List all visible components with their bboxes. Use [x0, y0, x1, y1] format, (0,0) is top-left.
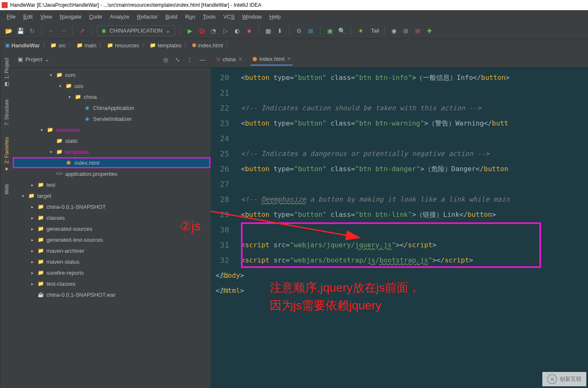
menu-tools[interactable]: Tools [200, 12, 219, 22]
menu-edit[interactable]: Edit [20, 12, 36, 22]
stop-icon[interactable]: ■ [245, 27, 253, 35]
menu-help[interactable]: Help [266, 12, 284, 22]
menu-window[interactable]: Window [239, 12, 265, 22]
close-icon[interactable]: ✕ [287, 56, 291, 62]
settings-icon[interactable]: ⚙ [295, 27, 303, 35]
breadcrumb-item[interactable]: 📁 main [77, 42, 96, 49]
search-icon[interactable]: 🔍 [337, 27, 346, 35]
file-icon: V [216, 56, 220, 63]
breadcrumb-item[interactable]: ⬢ index.html [192, 42, 223, 49]
code-area[interactable]: 202122232425262728293031323334 <button t… [211, 68, 588, 388]
coverage-icon[interactable]: ◔ [209, 27, 218, 35]
breadcrumb-item[interactable]: ▣ HandleWar [5, 42, 40, 49]
breadcrumb-item[interactable]: 📁 src [50, 42, 66, 49]
toolbar: 📂 💾 ↻ ← → ↗ ◉ CHINAAPPLICATION ⌄ ▶ 🐞 ◔ ▷… [0, 23, 588, 39]
grid-icon[interactable]: ⊞ [402, 27, 410, 35]
watermark-logo: ✕ [547, 374, 557, 384]
tree-row[interactable]: ▸📁china-0.0.1-SNAPSHOT [13, 201, 211, 212]
main-area: Web ★ 2: Favorites 7: Structure ◨ 1: Pro… [0, 52, 588, 388]
window-title: HandleWar [E:\JavaProject\HandleWar] - .… [10, 2, 261, 8]
tree-row[interactable]: ▸📁maven-archiver [13, 245, 211, 256]
tree-row[interactable]: ▾📁uos [13, 80, 211, 91]
terminal-icon[interactable]: ▣ [325, 27, 334, 35]
annotation-js-label: ②js [180, 216, 201, 235]
menu-run[interactable]: Run [182, 12, 199, 22]
chevron-right-icon: 〉 [226, 41, 231, 49]
settings-icon[interactable]: ⋮ [187, 56, 193, 63]
tree-row[interactable]: ▾📁target [13, 190, 211, 201]
forward-icon[interactable]: → [59, 27, 67, 35]
tree-row[interactable]: ▸📁test [13, 179, 211, 190]
chevron-down-icon: ⌄ [166, 27, 170, 34]
watermark-text: 创新互联 [560, 375, 582, 383]
separator [258, 26, 259, 36]
tree-row[interactable]: ▾📁china [13, 91, 211, 102]
folder-icon: 📁 [150, 42, 156, 48]
compass-icon[interactable]: ↗ [78, 27, 86, 35]
tree-row[interactable]: 📁static [13, 135, 211, 146]
chevron-right-icon: 〉 [99, 41, 104, 49]
tree-row[interactable]: ▾📁resources [13, 124, 211, 135]
tree-row[interactable]: ◉ChinaApplication [13, 102, 211, 113]
tree-row[interactable]: ▸📁surefire-reports [13, 267, 211, 278]
refresh-icon[interactable]: ↻ [28, 27, 36, 35]
tab-web[interactable]: Web [2, 181, 11, 197]
debug-icon[interactable]: 🐞 [197, 27, 206, 35]
menu-bar: File Edit View Navigate Code Analyze Ref… [0, 10, 588, 23]
tree-row[interactable]: ☕china-0.0.1-SNAPSHOT.war [13, 289, 211, 300]
tree-row[interactable]: ◉ServletInitializer [13, 113, 211, 124]
run-icon[interactable]: ▶ [186, 27, 194, 35]
avd-icon[interactable]: ▦ [264, 27, 272, 35]
code-content[interactable]: <button type="button" class="btn btn-inf… [236, 68, 588, 388]
open-icon[interactable]: 📂 [4, 27, 13, 35]
menu-vcs[interactable]: VCS [220, 12, 238, 22]
chevron-right-icon: 〉 [142, 41, 147, 49]
sdk-icon[interactable]: ⬇ [276, 27, 284, 35]
collapse-icon[interactable]: ⤡ [175, 56, 180, 63]
run-config-select[interactable]: ◉ CHINAAPPLICATION ⌄ [97, 25, 175, 36]
gutter: 202122232425262728293031323334 [211, 68, 236, 388]
tree-row[interactable]: ▸📁test-classes [13, 278, 211, 289]
breadcrumb-item[interactable]: 📁 resources [107, 42, 139, 49]
menu-file[interactable]: File [3, 12, 19, 22]
folder-icon: 📁 [50, 42, 57, 48]
breadcrumb-item[interactable]: 📁 templates [150, 42, 181, 49]
tree-row[interactable]: ▸📁maven-status [13, 256, 211, 267]
grid2-icon[interactable]: ⊞ [413, 27, 422, 35]
tail-label[interactable]: Tail [371, 27, 379, 34]
menu-refactor[interactable]: Refactor [134, 12, 161, 22]
breadcrumb: ▣ HandleWar 〉 📁 src 〉 📁 main 〉 📁 resourc… [0, 39, 588, 52]
profile-icon[interactable]: ▷ [221, 27, 230, 35]
menu-code[interactable]: Code [86, 12, 106, 22]
tab-structure[interactable]: 7: Structure [2, 97, 11, 128]
minimize-icon[interactable]: — [200, 56, 205, 63]
editor-tab[interactable]: ⬢index.html✕ [251, 53, 293, 66]
tree-row[interactable]: ▸📁generated-test-sources [13, 234, 211, 245]
separator [91, 26, 92, 36]
concurrency-icon[interactable]: ◐ [233, 27, 241, 35]
close-icon[interactable]: ✕ [238, 57, 242, 62]
tab-favorites[interactable]: ★ 2: Favorites [2, 135, 11, 175]
back-icon[interactable]: ← [47, 27, 55, 35]
menu-navigate[interactable]: Navigate [56, 12, 85, 22]
target-icon[interactable]: ◎ [163, 56, 168, 63]
menu-build[interactable]: Build [162, 12, 181, 22]
project-panel-title[interactable]: ▣ Project ⌄ [18, 56, 49, 63]
puzzle-icon[interactable]: ✚ [425, 27, 434, 35]
editor-tab[interactable]: Vchina✕ [215, 54, 244, 65]
app-icon [2, 2, 8, 8]
folder-icon: 📁 [77, 42, 83, 48]
dot-icon[interactable]: ◉ [390, 27, 398, 35]
tab-project[interactable]: ◨ 1: Project [2, 55, 11, 90]
tree-row[interactable]: </>application.properties [13, 168, 211, 179]
menu-analyze[interactable]: Analyze [107, 12, 133, 22]
tree-row[interactable]: ▾📁templates [13, 146, 211, 157]
structure-icon[interactable]: ⊞ [306, 27, 315, 35]
separator [180, 26, 181, 36]
tree-row[interactable]: ▾📁com [13, 69, 211, 80]
save-icon[interactable]: 💾 [16, 27, 25, 35]
project-icon: ▣ [5, 42, 10, 48]
tree-row[interactable]: ⬢index.html [13, 157, 211, 168]
bulb-icon[interactable]: ☀ [356, 27, 365, 35]
menu-view[interactable]: View [37, 12, 55, 22]
